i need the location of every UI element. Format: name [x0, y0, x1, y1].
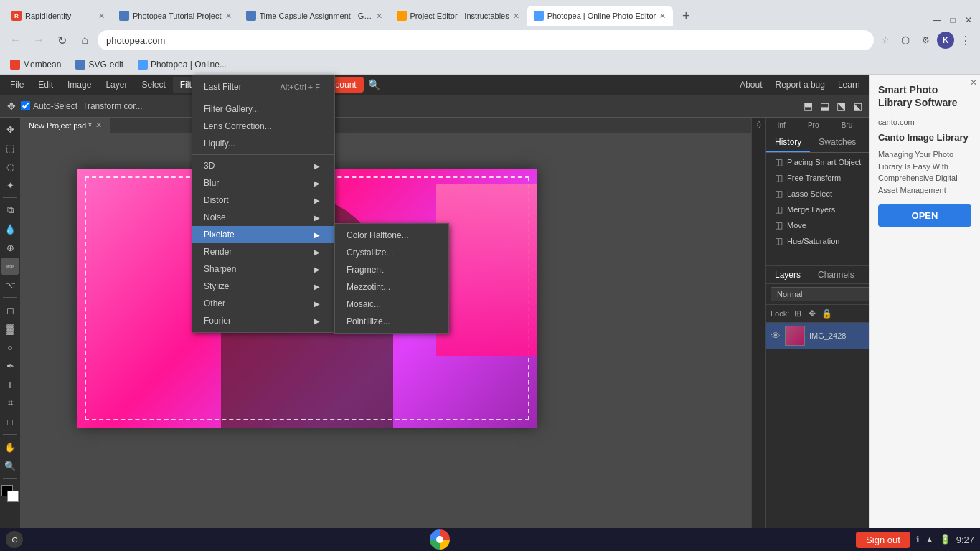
tool-path[interactable]: ⌗ [1, 395, 19, 412]
bookmark-svgedit[interactable]: SVG-edit [71, 58, 128, 71]
align-center-h-icon[interactable]: ⬓ [817, 99, 832, 113]
tool-zoom[interactable]: 🔍 [1, 457, 19, 474]
close-button[interactable]: ✕ [963, 14, 974, 26]
wifi-icon[interactable]: ▲ [925, 534, 934, 545]
bookmark-membean[interactable]: Membean [6, 58, 65, 71]
tab-1-close[interactable]: ✕ [98, 11, 105, 21]
submenu-crystallize[interactable]: Crystallize... [335, 244, 448, 261]
tool-select[interactable]: ⬚ [1, 139, 19, 156]
tool-pen[interactable]: ✒ [1, 357, 19, 375]
lock-all-icon[interactable]: 🔒 [821, 308, 832, 319]
tab-3-close[interactable]: ✕ [376, 11, 382, 21]
filter-item-stylize[interactable]: Stylize ▶ [192, 278, 334, 295]
tab-5-close[interactable]: ✕ [659, 11, 666, 21]
profile-icon[interactable]: K [937, 32, 954, 49]
canvas-tab-close[interactable]: ✕ [95, 121, 102, 130]
filter-item-sharpen[interactable]: Sharpen ▶ [192, 260, 334, 278]
submenu-mosaic[interactable]: Mosaic... [335, 296, 448, 313]
filter-item-render[interactable]: Render ▶ [192, 243, 334, 260]
tool-dodge[interactable]: ○ [1, 339, 19, 356]
browser-tab-3[interactable]: Time Capsule Assignment - Go... ✕ [239, 6, 390, 26]
filter-item-distort[interactable]: Distort ▶ [192, 192, 334, 209]
tool-move[interactable]: ✥ [1, 121, 19, 138]
minimize-button[interactable]: ─ [931, 14, 943, 26]
menu-about[interactable]: About [734, 77, 768, 93]
swatches-tab[interactable]: Swatches [810, 133, 864, 152]
canvas-tab-project[interactable]: New Project.psd * ✕ [20, 118, 110, 133]
filter-item-gallery[interactable]: Filter Gallery... [192, 100, 334, 118]
filter-item-fourier[interactable]: Fourier ▶ [192, 312, 334, 329]
tool-lasso[interactable]: ◌ [1, 158, 19, 175]
tool-brush[interactable]: ✏ [1, 258, 19, 275]
collapse-left-icon[interactable]: <> [755, 121, 763, 129]
start-button[interactable]: ⊙ [6, 531, 23, 548]
back-button[interactable]: ← [6, 30, 26, 50]
layer-visibility-icon[interactable]: 👁 [771, 330, 781, 342]
tool-gradient[interactable]: ▓ [1, 320, 19, 337]
sign-out-button[interactable]: Sign out [856, 532, 910, 548]
info-tab-bru[interactable]: Bru [837, 119, 857, 131]
filter-item-lens[interactable]: Lens Correction... [192, 118, 334, 135]
lock-move-icon[interactable]: ✥ [806, 308, 818, 319]
filter-item-blur[interactable]: Blur ▶ [192, 174, 334, 192]
menu-image[interactable]: Image [60, 77, 98, 93]
tool-hand[interactable]: ✋ [1, 438, 19, 456]
bookmark-photopea[interactable]: Photopea | Online... [133, 58, 231, 71]
tool-eyedrop[interactable]: 💧 [1, 220, 19, 237]
menu-edit[interactable]: Edit [31, 77, 60, 93]
color-display[interactable] [1, 485, 19, 502]
bookmark-star-icon[interactable]: ☆ [877, 32, 894, 49]
browser-tab-1[interactable]: R RapidIdentity ✕ [4, 6, 112, 26]
move-tool-icon[interactable]: ✥ [4, 98, 19, 114]
forward-button[interactable]: → [29, 30, 49, 50]
tool-crop[interactable]: ⧉ [1, 202, 19, 219]
menu-report-bug[interactable]: Report a bug [770, 77, 831, 93]
menu-learn[interactable]: Learn [832, 77, 866, 93]
submenu-color-halftone[interactable]: Color Halftone... [335, 227, 448, 244]
channels-tab[interactable]: Channels [809, 266, 863, 283]
menu-select[interactable]: Select [134, 77, 172, 93]
extensions-icon[interactable]: ⚙ [917, 32, 934, 49]
submenu-fragment[interactable]: Fragment [335, 261, 448, 278]
lock-pixels-icon[interactable]: ⊞ [792, 308, 804, 319]
browser-tab-5[interactable]: Photopea | Online Photo Editor ✕ [527, 6, 673, 26]
new-tab-button[interactable]: + [676, 6, 696, 26]
tab-2-close[interactable]: ✕ [225, 11, 232, 21]
restore-button[interactable]: □ [947, 14, 958, 26]
tool-heal[interactable]: ⊕ [1, 239, 19, 256]
align-left-icon[interactable]: ⬕ [850, 99, 865, 113]
align-bottom-icon[interactable]: ⬔ [834, 99, 849, 113]
search-icon[interactable]: 🔍 [368, 79, 380, 90]
filter-item-pixelate[interactable]: Pixelate ▶ Color Halftone... Crystallize… [192, 226, 334, 243]
cast-icon[interactable]: ⬡ [897, 32, 914, 49]
filter-item-last[interactable]: Last Filter Alt+Ctrl + F [192, 78, 334, 95]
tool-wand[interactable]: ✦ [1, 176, 19, 194]
tool-shape[interactable]: □ [1, 413, 19, 430]
ad-cta-button[interactable]: OPEN [912, 210, 938, 221]
layers-tab[interactable]: Layers [766, 266, 809, 283]
tool-clone[interactable]: ⌥ [1, 276, 19, 293]
filter-item-noise[interactable]: Noise ▶ [192, 209, 334, 226]
address-input[interactable] [98, 30, 874, 50]
menu-file[interactable]: File [3, 77, 31, 93]
tool-eraser[interactable]: ◻ [1, 301, 19, 319]
info-tab-inf[interactable]: Inf [773, 119, 790, 131]
info-tray-icon[interactable]: ℹ [916, 534, 920, 545]
info-tab-pro[interactable]: Pro [804, 119, 824, 131]
reload-button[interactable]: ↻ [52, 30, 72, 50]
align-top-icon[interactable]: ⬒ [801, 99, 816, 113]
history-tab[interactable]: History [766, 133, 810, 152]
submenu-pointillize[interactable]: Pointillize... [335, 313, 448, 330]
filter-item-other[interactable]: Other ▶ [192, 295, 334, 312]
submenu-mezzotint[interactable]: Mezzotint... [335, 278, 448, 296]
filter-item-3d[interactable]: 3D ▶ [192, 157, 334, 174]
auto-select-checkbox[interactable]: Auto-Select [21, 101, 77, 111]
menu-layer[interactable]: Layer [98, 77, 134, 93]
browser-tab-4[interactable]: Project Editor - Instructables ✕ [390, 6, 527, 26]
ad-close-icon[interactable]: ✕ [970, 77, 977, 88]
browser-tab-2[interactable]: Photopea Tutorial Project ✕ [112, 6, 239, 26]
battery-icon[interactable]: 🔋 [940, 534, 951, 545]
tool-text[interactable]: T [1, 376, 19, 393]
tab-4-close[interactable]: ✕ [513, 11, 519, 21]
home-button[interactable]: ⌂ [75, 30, 95, 50]
